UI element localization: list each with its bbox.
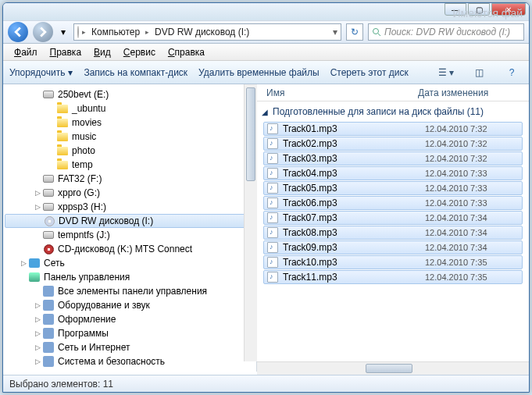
tree-node[interactable]: ▷Система и безопасность bbox=[5, 354, 256, 368]
navigation-tree[interactable]: 250bevt (E:)_ubuntumoviesmusicphototempF… bbox=[3, 84, 257, 372]
address-dropdown[interactable]: ▾ bbox=[333, 27, 337, 37]
file-row[interactable]: Track04.mp312.04.2010 7:33 bbox=[263, 166, 523, 180]
column-headers[interactable]: Имя Дата изменения bbox=[257, 84, 529, 101]
erase-disc-button[interactable]: Стереть этот диск bbox=[330, 67, 409, 78]
forward-button[interactable] bbox=[33, 22, 53, 42]
tree-label: music bbox=[72, 131, 96, 142]
collapse-icon: ◢ bbox=[262, 108, 268, 116]
breadcrumb-sep: ▸ bbox=[82, 28, 86, 36]
command-bar: Упорядочить ▾ Запись на компакт-диск Уда… bbox=[3, 61, 529, 84]
crumb-drive[interactable]: DVD RW дисковод (I:) bbox=[152, 27, 252, 37]
tree-node[interactable]: temp bbox=[5, 158, 256, 172]
file-date: 12.04.2010 7:35 bbox=[425, 258, 519, 267]
menu-file[interactable]: Файл bbox=[9, 45, 42, 59]
expand-icon[interactable]: ▷ bbox=[33, 189, 42, 197]
tree-scrollbar[interactable] bbox=[244, 84, 257, 361]
tree-node[interactable]: movies bbox=[5, 116, 256, 130]
disc-icon bbox=[77, 27, 79, 37]
search-input[interactable]: Поиск: DVD RW дисковод (I:) bbox=[368, 23, 524, 41]
tree-node[interactable]: FAT32 (F:) bbox=[5, 172, 256, 186]
history-dropdown[interactable]: ▾ bbox=[58, 23, 69, 41]
expand-icon[interactable]: ▷ bbox=[19, 259, 28, 267]
file-row[interactable]: Track03.mp312.04.2010 7:32 bbox=[263, 151, 523, 165]
close-button[interactable]: ✕ bbox=[491, 3, 526, 16]
tree-node[interactable]: tempntfs (J:) bbox=[5, 228, 256, 242]
net-icon bbox=[28, 257, 41, 269]
file-row[interactable]: Track05.mp312.04.2010 7:33 bbox=[263, 181, 523, 195]
expand-icon[interactable]: ▷ bbox=[33, 203, 42, 211]
file-row[interactable]: Track09.mp312.04.2010 7:34 bbox=[263, 240, 523, 254]
file-row[interactable]: Track01.mp312.04.2010 7:32 bbox=[263, 122, 523, 136]
audio-file-icon bbox=[267, 242, 278, 253]
file-row[interactable]: Track10.mp312.04.2010 7:35 bbox=[263, 255, 523, 269]
horizontal-scrollbar[interactable] bbox=[257, 361, 529, 375]
menu-service[interactable]: Сервис bbox=[119, 45, 160, 59]
tree-node[interactable]: ▷Сеть bbox=[5, 256, 256, 270]
expand-icon[interactable]: ▷ bbox=[33, 329, 42, 337]
file-row[interactable]: Track02.mp312.04.2010 7:32 bbox=[263, 137, 523, 151]
folder-icon bbox=[56, 102, 69, 115]
tree-label: 250bevt (E:) bbox=[58, 89, 109, 100]
burn-button[interactable]: Запись на компакт-диск bbox=[84, 67, 187, 78]
breadcrumb-sep: ▸ bbox=[145, 28, 149, 36]
back-button[interactable] bbox=[8, 22, 28, 42]
tree-node[interactable]: ▷Оборудование и звук bbox=[5, 298, 256, 312]
chevron-down-icon: ▾ bbox=[68, 67, 73, 78]
organize-button[interactable]: Упорядочить ▾ bbox=[9, 67, 73, 78]
tree-label: tempntfs (J:) bbox=[58, 230, 110, 240]
tree-node[interactable]: ▷Программы bbox=[5, 326, 256, 340]
disc-icon bbox=[43, 215, 55, 227]
col-name[interactable]: Имя bbox=[266, 87, 418, 98]
file-name: Track06.mp3 bbox=[283, 198, 425, 208]
file-row[interactable]: Track08.mp312.04.2010 7:34 bbox=[263, 226, 523, 240]
tree-node[interactable]: 250bevt (E:) bbox=[5, 87, 256, 101]
audio-file-icon bbox=[267, 212, 278, 223]
expand-icon[interactable]: ▷ bbox=[33, 343, 42, 351]
tree-node[interactable]: Панель управления bbox=[5, 270, 256, 284]
file-row[interactable]: Track06.mp312.04.2010 7:33 bbox=[263, 196, 523, 210]
svg-point-0 bbox=[373, 29, 379, 34]
file-date: 12.04.2010 7:34 bbox=[425, 243, 519, 252]
file-list[interactable]: Track01.mp312.04.2010 7:32Track02.mp312.… bbox=[257, 122, 529, 361]
folder-icon bbox=[56, 130, 69, 143]
audio-file-icon bbox=[267, 168, 278, 179]
minimize-button[interactable]: — bbox=[445, 3, 466, 16]
tree-node[interactable]: ▷xppro (G:) bbox=[5, 186, 256, 200]
file-date: 12.04.2010 7:32 bbox=[425, 154, 519, 163]
tree-node[interactable]: ▷xppsp3 (H:) bbox=[5, 200, 256, 214]
tree-label: Сеть bbox=[44, 258, 65, 269]
folder-icon bbox=[56, 158, 69, 171]
expand-icon[interactable]: ▷ bbox=[33, 315, 42, 323]
tree-node[interactable]: ▷Оформление bbox=[5, 312, 256, 326]
expand-icon[interactable]: ▷ bbox=[33, 301, 42, 309]
menu-help[interactable]: Справка bbox=[163, 45, 209, 59]
menu-view[interactable]: Вид bbox=[89, 45, 116, 59]
group-header[interactable]: ◢ Подготовленные для записи на диск файл… bbox=[257, 101, 529, 122]
menu-edit[interactable]: Правка bbox=[45, 45, 87, 59]
address-bar[interactable]: ▸ Компьютер ▸ DVD RW дисковод (I:) ▾ bbox=[73, 23, 341, 41]
expand-icon[interactable]: ▷ bbox=[33, 358, 42, 365]
file-date: 12.04.2010 7:34 bbox=[425, 213, 519, 222]
help-button[interactable]: ? bbox=[501, 64, 523, 81]
file-row[interactable]: Track11.mp312.04.2010 7:35 bbox=[263, 270, 523, 284]
preview-pane-button[interactable]: ◫ bbox=[468, 64, 490, 81]
tree-label: _ubuntu bbox=[72, 103, 105, 114]
tree-node[interactable]: _ubuntu bbox=[5, 101, 256, 116]
col-modified[interactable]: Дата изменения bbox=[418, 87, 520, 98]
tree-node[interactable]: photo bbox=[5, 144, 256, 158]
tree-node[interactable]: DVD RW дисковод (I:) bbox=[5, 214, 256, 228]
tree-node[interactable]: CD-дисковод (K:) MTS Connect bbox=[5, 242, 256, 256]
crumb-computer[interactable]: Компьютер bbox=[89, 27, 142, 37]
file-name: Track09.mp3 bbox=[283, 242, 425, 253]
tree-node[interactable]: music bbox=[5, 130, 256, 144]
view-mode-button[interactable]: ☰ ▾ bbox=[435, 64, 457, 81]
refresh-button[interactable]: ↻ bbox=[346, 23, 363, 41]
tree-label: photo bbox=[72, 145, 95, 156]
cpitem-icon bbox=[42, 327, 55, 340]
maximize-button[interactable]: ▢ bbox=[468, 3, 490, 16]
tree-label: xppsp3 (H:) bbox=[58, 201, 106, 212]
file-row[interactable]: Track07.mp312.04.2010 7:34 bbox=[263, 211, 523, 225]
tree-node[interactable]: Все элементы панели управления bbox=[5, 284, 256, 298]
tree-node[interactable]: ▷Сеть и Интернет bbox=[5, 340, 256, 354]
delete-temp-button[interactable]: Удалить временные файлы bbox=[198, 67, 320, 78]
